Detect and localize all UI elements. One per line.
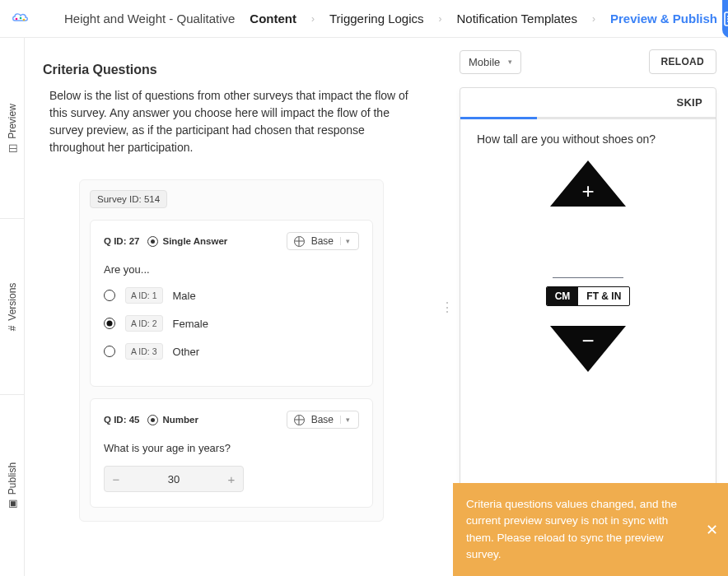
skip-button[interactable]: SKIP [676,96,702,109]
decrement-button[interactable]: − [105,472,128,486]
preview-rail-icon: ◫ [7,143,18,152]
answer-radio[interactable] [104,318,115,329]
unit-ftin-option[interactable]: FT & IN [578,287,629,305]
survey-title: Height and Weight - Qualitative [64,12,235,26]
device-select-value: Mobile [469,56,500,68]
answer-label: Female [173,318,208,330]
answer-id-chip: A ID: 1 [125,287,163,304]
value-decrement-button[interactable]: − [550,326,626,372]
side-rail-publish[interactable]: ▣ Publish [0,395,25,576]
question-id: Q ID: 27 [104,236,139,246]
answer-id-chip: A ID: 3 [125,343,163,360]
plus-icon: + [581,179,594,204]
radio-type-icon [147,236,158,247]
minus-icon: − [581,328,594,354]
answer-row: A ID: 1 Male [104,287,359,304]
language-value: Base [311,235,334,247]
increment-button[interactable]: + [220,472,243,486]
unit-toggle[interactable]: CM FT & IN [546,286,631,306]
question-text: Are you... [104,263,359,276]
tab-notification-templates[interactable]: Notification Templates [452,8,582,29]
preview-question-text: How tall are you without shoes on? [477,132,699,146]
question-text: What is your age in years? [104,442,359,454]
question-type: Number [147,415,198,425]
criteria-panel: Criteria Questions Below is the list of … [25,38,445,576]
question-type: Single Answer [147,236,227,247]
toast-message: Criteria questions values changed, and t… [466,498,677,560]
value-input-line[interactable] [553,277,623,278]
question-id: Q ID: 45 [104,415,139,425]
reload-button[interactable]: RELOAD [649,49,716,74]
unit-cm-option[interactable]: CM [547,287,579,305]
language-select[interactable]: Base ▾ [287,411,359,429]
answer-label: Other [173,346,200,358]
answer-row: A ID: 3 Other [104,343,359,360]
question-card: Q ID: 27 Single Answer Base ▾ Are you...… [90,220,373,387]
app-header: Height and Weight - Qualitative Content … [0,0,728,38]
versions-rail-label: Versions [7,282,18,320]
answer-radio[interactable] [104,346,115,357]
publish-rail-icon: ▣ [7,499,18,509]
number-type-icon [147,415,158,425]
publish-rail-label: Publish [7,462,18,495]
app-logo [10,8,30,30]
preview-device: SKIP How tall are you without shoes on? … [460,87,716,548]
toast-close-button[interactable]: ✕ [706,518,718,541]
chevron-down-icon: ▾ [340,237,355,245]
answer-label: Male [173,290,196,302]
survey-id-chip: Survey ID: 514 [90,190,167,208]
svg-point-2 [23,18,26,21]
header-action-button[interactable] [722,0,728,38]
survey-group: Survey ID: 514 Q ID: 27 Single Answer Ba… [79,179,384,522]
side-rail-versions[interactable]: # Versions [0,219,25,395]
language-select[interactable]: Base ▾ [287,232,359,250]
question-card: Q ID: 45 Number Base ▾ What is your age … [90,398,373,508]
tab-triggering-logics[interactable]: Triggering Logics [324,8,429,29]
criteria-description: Below is the list of questions from othe… [43,87,420,156]
tab-sep-icon: › [429,13,452,25]
answer-row: A ID: 2 Female [104,315,359,332]
tab-sep-icon: › [582,13,605,25]
tab-sep-icon: › [301,13,324,25]
value-increment-button[interactable]: + [550,160,626,207]
svg-point-0 [16,17,18,20]
tab-preview-publish[interactable]: Preview & Publish [605,8,722,29]
number-input: − 30 + [104,466,244,492]
question-type-label: Number [162,415,198,425]
svg-point-1 [20,16,22,19]
header-tabs: Content › Triggering Logics › Notificati… [245,8,722,29]
criteria-title: Criteria Questions [43,63,420,77]
tab-content[interactable]: Content [245,8,301,29]
side-rail-preview[interactable]: ◫ Preview [0,38,25,219]
device-select[interactable]: Mobile ▾ [460,50,521,74]
answer-radio[interactable] [104,290,115,301]
chevron-down-icon: ▾ [508,58,512,66]
globe-icon [294,236,305,247]
language-value: Base [311,414,334,425]
number-value[interactable]: 30 [128,473,220,485]
preview-rail-label: Preview [7,104,18,139]
answer-id-chip: A ID: 2 [125,315,163,332]
chevron-down-icon: ▾ [340,416,355,424]
question-type-label: Single Answer [162,236,227,246]
versions-rail-icon: # [7,325,18,331]
sync-warning-toast: Criteria questions values changed, and t… [453,483,728,576]
globe-icon [294,415,305,425]
